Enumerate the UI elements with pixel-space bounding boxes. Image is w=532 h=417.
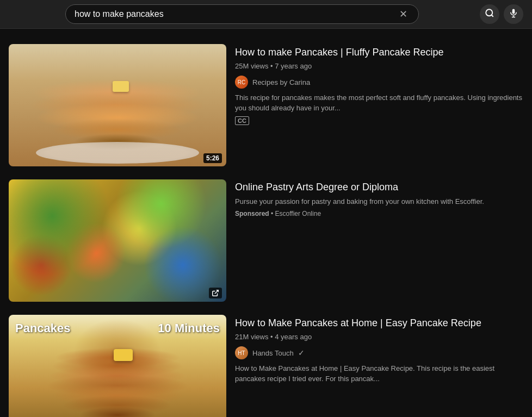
search-input[interactable] (75, 9, 397, 19)
ad-thumbnail (9, 179, 226, 302)
ad-description: Pursue your passion for pastry and bakin… (235, 197, 523, 206)
search-bar: ✕ (65, 4, 419, 24)
channel-name-1[interactable]: Recipes by Carina (252, 78, 310, 86)
ad-title: Online Pastry Arts Degree or Diploma (235, 182, 523, 193)
search-clear-button[interactable]: ✕ (397, 8, 410, 20)
svg-line-5 (215, 290, 218, 294)
video-description-1: This recipe for pancakes makes the most … (235, 93, 523, 113)
duration-badge-1: 5:26 (203, 153, 222, 163)
ad-info: Online Pastry Arts Degree or Diploma Pur… (235, 179, 523, 302)
video-result-1[interactable]: 5:26 How to make Pancakes | Fluffy Panca… (0, 38, 532, 173)
header: ✕ (0, 0, 532, 29)
channel-row-3: HT Hands Touch ✓ (235, 346, 523, 359)
video-result-3[interactable]: Pancakes 10 Minutes 2:33 How to Make Pan… (0, 308, 532, 417)
thumbnail-3: Pancakes 10 Minutes 2:33 (9, 315, 226, 417)
thumbnail-1: 5:26 (9, 44, 226, 166)
channel-avatar-1: RC (235, 76, 248, 89)
clear-icon: ✕ (399, 8, 407, 20)
verified-icon-3: ✓ (298, 348, 305, 357)
video-meta-3: 21M views • 4 years ago (235, 333, 523, 341)
video-title-3: How to Make Pancakes at Home | Easy Panc… (235, 317, 523, 329)
ad-result[interactable]: Online Pastry Arts Degree or Diploma Pur… (0, 173, 532, 308)
video-meta-1: 25M views • 7 years ago (235, 62, 523, 70)
channel-name-3[interactable]: Hands Touch (252, 349, 294, 357)
mic-icon (509, 8, 518, 20)
svg-rect-2 (512, 9, 515, 14)
search-icon (485, 8, 494, 20)
channel-row-1: RC Recipes by Carina (235, 76, 523, 89)
cc-badge-1: CC (235, 116, 249, 125)
svg-point-0 (486, 9, 492, 16)
search-submit-button[interactable] (480, 4, 499, 24)
video-title-1: How to make Pancakes | Fluffy Pancake Re… (235, 46, 523, 59)
svg-line-1 (491, 15, 493, 16)
video-info-1: How to make Pancakes | Fluffy Pancake Re… (235, 44, 523, 166)
results-list: 5:26 How to make Pancakes | Fluffy Panca… (0, 29, 532, 417)
video-info-3: How to Make Pancakes at Home | Easy Panc… (235, 315, 523, 417)
video-description-3: How to Make Pancakes at Home | Easy Panc… (235, 364, 523, 383)
ad-label: Sponsored • Escoffier Online (235, 210, 523, 217)
channel-avatar-3: HT (235, 346, 248, 359)
external-link-badge (209, 288, 222, 298)
voice-search-button[interactable] (504, 4, 523, 24)
